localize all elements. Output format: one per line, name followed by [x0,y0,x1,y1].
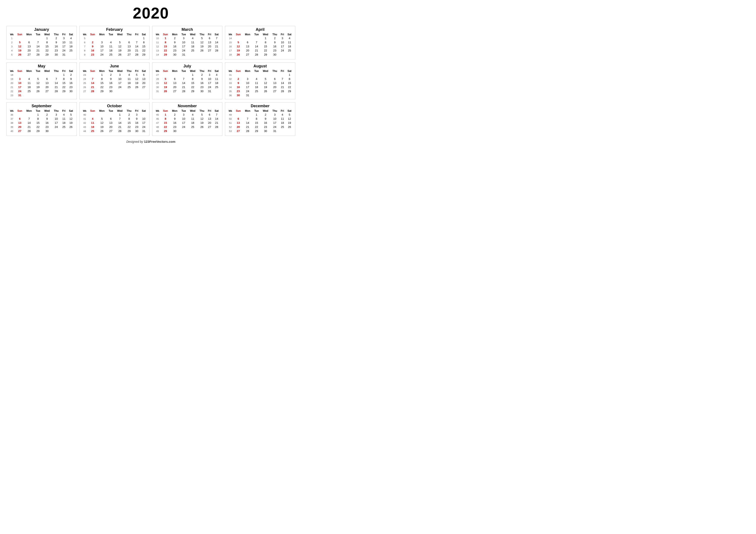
day-cell: 2 [88,40,97,44]
day-cell [188,129,198,133]
col-header-wed: Wed [42,69,52,73]
day-cell [67,53,75,57]
week-row: 4027282930 [9,129,75,133]
month-block-september: SeptemberWkSunMonTueWedThuFriSat36123453… [7,102,77,136]
week-row: 532728293031 [227,129,293,133]
day-cell: 30 [260,129,270,133]
week-number: 4 [9,48,15,53]
day-cell [234,133,243,134]
col-header-tue: Tue [252,109,260,113]
day-cell [115,89,124,93]
day-cell: 14 [243,121,253,125]
day-cell [107,113,115,117]
day-cell: 18 [88,125,97,129]
col-header-sun: Sun [161,69,170,73]
day-cell: 14 [24,121,34,125]
day-cell: 7 [252,40,260,44]
day-cell: 25 [107,53,115,57]
day-cell: 25 [125,85,134,89]
day-cell: 6 [270,77,279,81]
day-cell [170,73,180,77]
day-cell [270,73,279,77]
month-name: March [154,27,221,32]
col-header-fri: Fri [279,33,285,36]
week-row [154,93,221,94]
day-cell: 26 [97,129,107,133]
day-cell: 1 [140,36,148,40]
col-header-fri: Fri [133,109,140,113]
day-cell: 6 [125,40,134,44]
day-cell [179,57,188,58]
day-cell [279,73,285,77]
col-header-fri: Fri [133,33,140,36]
day-cell [179,93,188,94]
week-row: 141234 [227,36,293,40]
day-cell: 12 [198,117,206,121]
week-row: 2514151617181920 [81,81,148,85]
col-header-sun: Sun [161,33,170,36]
day-cell: 6 [15,117,24,121]
week-row: 4318192021222324 [81,125,148,129]
day-cell: 28 [179,89,188,93]
day-cell [34,57,42,58]
day-cell: 23 [42,125,52,129]
week-row: 28567891011 [154,77,221,81]
day-cell: 18 [252,85,260,89]
week-number: 46 [154,117,161,121]
day-cell [88,133,97,134]
day-cell: 25 [61,125,67,129]
day-cell [170,57,180,58]
col-header-wed: Wed [260,109,270,113]
week-row: 4822232425262728 [154,125,221,129]
col-header-tue: Tue [107,109,115,113]
day-cell: 11 [24,81,34,85]
day-cell: 24 [243,89,253,93]
day-cell: 19 [97,125,107,129]
day-cell [188,133,198,134]
day-cell: 3 [243,77,253,81]
day-cell: 11 [61,117,67,121]
day-cell [34,36,42,40]
week-row [81,93,148,94]
week-row [154,133,221,134]
day-cell [88,57,97,58]
day-cell [24,93,34,97]
day-cell [97,113,107,117]
day-cell: 23 [260,125,270,129]
day-cell [67,57,75,58]
day-cell: 2 [52,36,61,40]
month-table: WkSunMonTueWedThuFriSat18121934567892010… [9,69,75,97]
day-cell [115,57,124,58]
col-header-tue: Tue [34,109,42,113]
day-cell: 22 [252,125,260,129]
day-cell: 18 [67,44,75,48]
day-cell: 10 [243,81,253,85]
day-cell [198,53,206,57]
week-number: 39 [9,125,15,129]
day-cell: 11 [286,40,293,44]
day-cell: 7 [279,77,285,81]
day-cell: 27 [42,89,52,93]
day-cell: 13 [42,81,52,85]
col-header-fri: Fri [61,33,67,36]
col-header-tue: Tue [179,109,188,113]
day-cell: 13 [270,81,279,85]
day-cell: 12 [34,81,42,85]
col-header-mon: Mon [243,109,253,113]
month-name: February [81,27,148,32]
month-name: July [154,64,221,68]
month-block-march: MarchWkSunMonTueWedThuFriSat101234567118… [152,26,222,60]
col-header-wk: Wk [227,69,234,73]
day-cell [161,93,170,94]
week-number: 28 [154,77,161,81]
day-cell: 11 [107,44,115,48]
week-number [154,57,161,58]
col-header-wk: Wk [81,69,88,73]
day-cell [234,113,243,117]
day-cell: 6 [206,113,213,117]
day-cell: 17 [279,44,285,48]
col-header-fri: Fri [206,109,213,113]
day-cell [107,36,115,40]
day-cell: 3 [279,36,285,40]
col-header-sun: Sun [15,33,24,36]
